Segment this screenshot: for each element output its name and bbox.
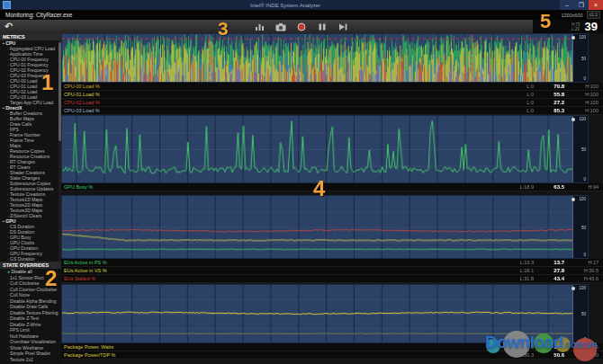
axis-label: 50 [581, 226, 586, 230]
eu-activity-chart[interactable]: 100 50 0 [61, 195, 589, 259]
back-button[interactable]: ↶ [4, 20, 13, 33]
maximize-button[interactable]: ❐ [574, 0, 589, 10]
legend-high: H:94 [564, 184, 603, 190]
gpu-busy-chart[interactable]: 100 50 0 [61, 115, 589, 183]
legend-low: L:0 [501, 92, 534, 97]
title-bar: Intel® INDE System Analyzer – ❐ × [0, 0, 603, 10]
legend-low: L:18.1 [501, 268, 534, 273]
legend-val: 27.2 [534, 100, 564, 105]
axis-slider-handle[interactable] [572, 118, 575, 121]
fps-low: L:29 [572, 27, 580, 31]
monitoring-label: Monitoring: CityRacer.exe [0, 12, 561, 18]
legend-row[interactable]: EUs Stalled %L:31.843.4H:43.6 [61, 275, 603, 283]
annotation-5: 5 [540, 10, 551, 33]
camera-icon[interactable] [275, 22, 286, 31]
cpu-load-legend: CPU-00 Load %L:070.8H:100CPU-01 Load %L:… [61, 83, 603, 115]
legend-high: H:100 [564, 84, 603, 89]
legend-row[interactable]: CPU-01 Load %L:055.8H:100 [61, 91, 603, 99]
legend-name: EUs Stalled % [61, 276, 501, 281]
legend-name: EUs Active in PS % [61, 260, 501, 265]
legend-name: Package Power/TDP % [61, 352, 501, 358]
legend-low: L:0 [501, 108, 534, 113]
keyframe-icon[interactable] [338, 22, 348, 31]
axis-label: 0 [583, 253, 586, 257]
legend-row[interactable]: GPU Busy %L:18.963.5H:94 [61, 183, 603, 191]
scale-box[interactable]: x1.1 [587, 11, 600, 19]
axis-label: 100 [579, 197, 586, 201]
legend-name: CPU-01 Load % [61, 92, 501, 97]
legend-name: CPU-00 Load % [61, 84, 501, 89]
watermark: Download.com.vn [484, 319, 603, 362]
gpu-busy-legend: GPU Busy %L:18.963.5H:94 [61, 183, 603, 191]
legend-row[interactable]: CPU-03 Load %L:085.3H:100 [61, 107, 603, 115]
legend-name: EUs Active in VS % [61, 268, 501, 273]
metrics-header: METRICS [0, 33, 61, 40]
legend-low: L:0 [501, 84, 534, 89]
fps-value: 39 [585, 20, 603, 33]
legend-high: H:30.5 [564, 268, 603, 273]
axis-label: 100 [579, 117, 586, 121]
axis-label: 100 [579, 35, 586, 40]
legend-high: H:43.6 [564, 276, 603, 281]
legend-row[interactable]: EUs Active in PS %L:13.313.7H:17 [61, 259, 603, 267]
legend-high: H:100 [564, 100, 603, 105]
legend-name: GPU Busy % [61, 184, 501, 190]
legend-name: Package Power, Watts [61, 344, 501, 350]
watermark-suffix: .com.vn [563, 340, 598, 350]
axis-label: 50 [581, 57, 586, 61]
legend-low: L:0 [501, 100, 534, 105]
legend-row[interactable]: CPU-00 Load %L:070.8H:100 [61, 83, 603, 91]
legend-low: L:18.9 [501, 184, 534, 190]
legend-val: 70.8 [534, 84, 564, 89]
record-icon[interactable] [296, 22, 307, 31]
pause-icon[interactable] [317, 22, 328, 31]
axis-label: 0 [583, 177, 586, 182]
axis-label: 50 [581, 312, 586, 316]
legend-name: CPU-03 Load % [61, 108, 501, 113]
legend-val: 13.7 [534, 260, 564, 265]
bar-chart-icon[interactable] [255, 22, 266, 31]
toolbar: ↶ [0, 20, 603, 34]
legend-high: H:100 [564, 108, 603, 113]
legend-high: H:100 [564, 92, 603, 97]
minimize-button[interactable]: – [560, 0, 574, 10]
app-icon [3, 1, 11, 9]
legend-low: L:13.3 [501, 260, 534, 265]
legend-val: 55.8 [534, 92, 564, 97]
legend-low: L:31.8 [501, 276, 534, 281]
annotation-1: 1 [41, 70, 53, 95]
legend-row[interactable]: EUs Active in VS %L:18.127.8H:30.5 [61, 267, 603, 275]
annotation-2: 2 [45, 266, 57, 291]
annotation-3: 3 [218, 18, 229, 40]
cpu-load-chart[interactable]: 100 50 0 [61, 33, 589, 83]
eu-activity-legend: EUs Active in PS %L:13.313.7H:17EUs Acti… [61, 259, 603, 283]
axis-label: 0 [583, 76, 586, 81]
axis-slider-handle[interactable] [572, 36, 575, 40]
legend-val: 43.4 [534, 276, 564, 281]
legend-row[interactable]: CPU-02 Load %L:027.2H:100 [61, 99, 603, 107]
axis-label: 100 [579, 286, 586, 290]
legend-val: 27.8 [534, 268, 564, 273]
legend-val: 63.5 [534, 184, 564, 190]
resolution-label: 1200x600 [561, 13, 582, 18]
status-bar: Monitoring: CityRacer.exe 1200x600 x1.1 [0, 10, 603, 20]
chart-area: 100 50 0 CPU-00 Load %L:070.8H:100CPU-01… [61, 33, 603, 364]
window-title: Intel® INDE System Analyzer [11, 3, 560, 8]
override-item[interactable]: Texture 2x2 [0, 357, 61, 363]
legend-high: H:17 [564, 260, 603, 265]
legend-name: CPU-02 Load % [61, 100, 501, 105]
axis-label: 50 [581, 147, 586, 152]
annotation-4: 4 [313, 176, 325, 201]
close-button[interactable]: × [589, 0, 603, 10]
override-item[interactable]: Overdraw Visualization [0, 339, 61, 345]
axis-slider-handle[interactable] [572, 287, 575, 290]
watermark-text: Download [485, 333, 563, 351]
legend-val: 85.3 [534, 108, 564, 113]
axis-slider-handle[interactable] [572, 198, 575, 201]
